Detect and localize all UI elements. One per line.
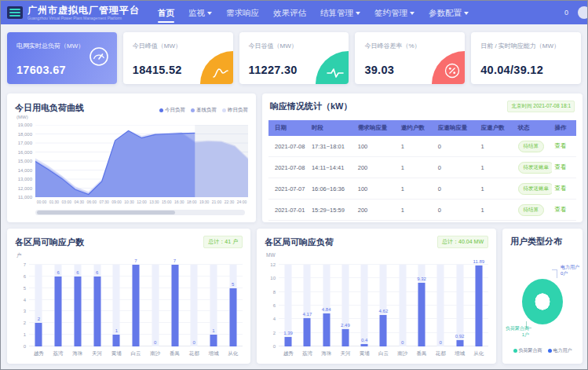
category-label: 南沙 <box>145 350 165 357</box>
kpi-value: 18415.52 <box>133 64 182 76</box>
y-tick-label: 18,000 <box>18 132 32 137</box>
kpi-label: 今日谷值（MW） <box>249 42 298 50</box>
peak-curve-icon <box>200 51 233 84</box>
view-link[interactable]: 查看 <box>555 185 567 192</box>
user-avatar[interactable] <box>578 6 587 19</box>
y-tick-label: 19,000 <box>18 123 32 127</box>
notification-count[interactable]: 0 <box>564 9 568 16</box>
cell-response: 0 <box>435 200 478 221</box>
cell-demand: 200 <box>355 157 398 178</box>
y-tick-label: 6 <box>273 303 276 308</box>
bar-value-label: 9.32 <box>417 277 426 281</box>
donut-legend-item-1[interactable]: 电力用户 <box>548 347 572 354</box>
bar-column-8: 0 <box>431 265 450 346</box>
column-header: 操作 <box>552 120 576 136</box>
nav-item-1[interactable]: 监视 <box>181 1 219 24</box>
category-label: 黄埔 <box>355 350 374 357</box>
x-tick-label: 22:30 <box>223 200 236 204</box>
bar-value-label: 4.17 <box>303 312 312 317</box>
view-link[interactable]: 查看 <box>555 163 567 170</box>
panel-title: 响应情况统计（kW） <box>270 101 352 112</box>
category-label: 海珠 <box>68 350 87 357</box>
datazoom-range[interactable] <box>37 211 175 214</box>
kpi-label: 今日峰谷差率（%） <box>364 42 420 50</box>
cell-responders: 1 <box>478 136 515 157</box>
table-row: 2021-07-0817:31~18:01100101待结算查看 <box>268 136 576 157</box>
legend-item-0[interactable]: 今日负荷 <box>159 107 185 112</box>
donut-label-power-user: 电力用户 0户 <box>561 265 579 277</box>
user-type-donut[interactable] <box>522 279 563 324</box>
load-bar-chart: 0246810121.394.174.842.490.44.6209.3200.… <box>265 263 490 357</box>
bar-value-label: 1.39 <box>283 331 293 335</box>
bar-column-2: 6 <box>68 265 87 346</box>
x-tick-label: 21:00 <box>210 200 223 204</box>
legend-item-1[interactable]: 基线负荷 <box>191 107 217 112</box>
y-tick-label: 5 <box>24 286 26 291</box>
y-axis-unit: 户 <box>16 252 22 259</box>
category-label: 增城 <box>450 350 469 357</box>
bar-column-3: 6 <box>87 265 107 346</box>
bar-column-6: 0 <box>393 265 412 346</box>
nav-item-4[interactable]: 结算管理 <box>313 1 367 24</box>
bar-column-10: 5 <box>223 265 243 346</box>
view-link[interactable]: 查看 <box>555 206 567 213</box>
chevron-down-icon <box>356 12 360 15</box>
total-badge: 总计：41 户 <box>203 236 243 248</box>
app-subtitle: Guangzhou Virtual Power Plant Management… <box>27 16 140 20</box>
slice-count: 0户 <box>561 271 568 276</box>
x-tick-label: 10:30 <box>123 200 136 204</box>
bar-column-0: 1.39 <box>279 265 298 346</box>
panel-title: 各区局可响应负荷 <box>265 236 334 248</box>
header-right: 0 <box>564 6 581 19</box>
legend-dot <box>513 349 517 353</box>
nav-item-5[interactable]: 签约管理 <box>367 1 422 24</box>
x-tick-label: 07:30 <box>98 200 111 204</box>
bar-column-8: 0 <box>184 265 204 346</box>
y-axis: 19,00018,00017,00016,00015,00014,00013,0… <box>10 125 32 197</box>
cell-period: 14:11~14:41 <box>309 157 355 178</box>
x-tick-label: 06:00 <box>86 200 98 204</box>
nav-item-3[interactable]: 效果评估 <box>266 1 313 24</box>
legend-item-2[interactable]: 昨日负荷 <box>222 107 248 112</box>
kpi-value: 40.04/39.12 <box>480 64 543 76</box>
kpi-value: 11227.30 <box>249 64 298 76</box>
bar-value-label: 0 <box>401 340 404 345</box>
donut-legend: 负荷聚合商电力用户 <box>502 347 583 354</box>
top-navbar: 广州市虚拟电厂管理平台 Guangzhou Virtual Power Plan… <box>1 1 587 24</box>
category-label: 增城 <box>204 350 224 357</box>
table-row: 2021-07-0115:29~15:59200101待结算查看 <box>268 200 576 221</box>
nav-item-6[interactable]: 参数配置 <box>422 1 476 24</box>
table-row: 2021-07-0716:06~16:36100101待发送账单查看 <box>268 178 576 200</box>
cell-response: 0 <box>435 157 478 178</box>
kpi-value: 39.03 <box>364 64 394 76</box>
nav-item-0[interactable]: 首页 <box>151 1 181 24</box>
bar-value-label: 11.89 <box>473 259 484 264</box>
response-table: 日期时段需求响应量邀约户数应邀响应量应邀户数状态操作 2021-07-0817:… <box>268 120 576 221</box>
gauge-icon <box>89 46 109 70</box>
cell-responders: 1 <box>478 200 515 221</box>
cell-date: 2021-07-08 <box>268 157 309 178</box>
bar-value-label: 1 <box>115 328 118 333</box>
kpi-card-total-load: 电网实时总负荷（MW） 17603.67 <box>7 32 117 84</box>
kpi-card-peak-valley-rate: 今日峰谷差率（%） 39.03 <box>355 32 465 84</box>
column-header: 应邀户数 <box>478 120 515 136</box>
legend-dot <box>548 349 552 353</box>
nav-item-2[interactable]: 需求响应 <box>219 1 266 24</box>
y-tick-label: 14,000 <box>18 168 32 173</box>
datazoom-slider[interactable] <box>35 210 245 215</box>
status-badge: 待发送账单 <box>518 162 552 174</box>
app-title: 广州市虚拟电厂管理平台 <box>27 5 140 15</box>
x-tick-label: 19:30 <box>198 200 210 204</box>
bar-column-2: 4.84 <box>317 265 336 346</box>
slice-label: 电力用户 <box>561 265 579 269</box>
y-tick-label: 17,000 <box>18 141 32 145</box>
total-badge: 总计：40.04 MW <box>437 236 488 248</box>
view-link[interactable]: 查看 <box>555 142 567 149</box>
x-tick-label: 18:00 <box>185 200 198 204</box>
bar-value-label: 0 <box>193 340 195 345</box>
bar-value-label: 4.84 <box>322 307 331 312</box>
panel-title: 用户类型分布 <box>510 236 562 247</box>
donut-legend-item-0[interactable]: 负荷聚合商 <box>513 347 542 354</box>
category-label: 越秀 <box>279 350 298 357</box>
cell-responders: 1 <box>478 178 515 200</box>
